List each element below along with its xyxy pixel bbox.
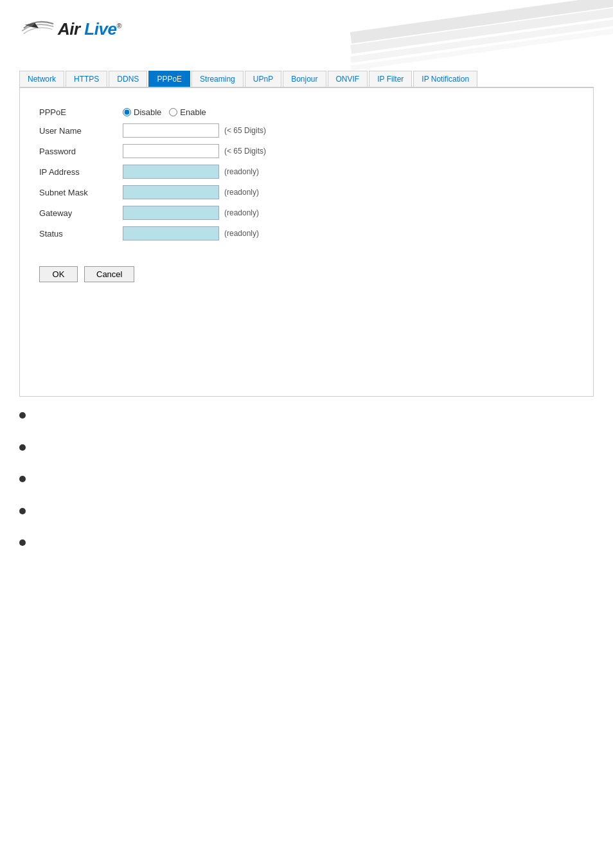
disable-radio[interactable]	[123, 108, 131, 116]
logo-icon	[19, 12, 58, 47]
tab-https[interactable]: HTTPS	[66, 71, 107, 87]
bullet-item-4	[19, 505, 594, 518]
ok-button[interactable]: OK	[39, 266, 78, 282]
bullet-item-3	[19, 473, 594, 486]
password-hint: (< 65 Digits)	[224, 147, 266, 156]
brand-live: Live	[84, 19, 116, 39]
bullet-item-1	[19, 410, 594, 422]
ipaddress-label: IP Address	[39, 167, 123, 177]
ipaddress-row: IP Address (readonly)	[39, 165, 574, 179]
bullet-dot-5	[19, 539, 26, 546]
bullet-text-4	[33, 505, 36, 518]
password-row: Password (< 65 Digits)	[39, 144, 574, 158]
bullet-text-2	[33, 442, 36, 455]
ipaddress-control: (readonly)	[123, 165, 259, 179]
cancel-button[interactable]: Cancel	[84, 266, 134, 282]
username-row: User Name (< 65 Digits)	[39, 123, 574, 138]
bullets-section	[19, 410, 594, 550]
tab-onvif[interactable]: ONVIF	[328, 71, 368, 87]
brand-name: Air Live®	[58, 19, 121, 39]
pppoe-form: PPPoE Disable Enable User Name	[39, 107, 574, 240]
main-panel: PPPoE Disable Enable User Name	[19, 88, 594, 397]
subnetmask-control: (readonly)	[123, 185, 259, 199]
header-decoration	[343, 0, 613, 71]
tab-ipnotification[interactable]: IP Notification	[413, 71, 477, 87]
enable-radio[interactable]	[169, 108, 177, 116]
tab-bonjour[interactable]: Bonjour	[283, 71, 326, 87]
bullet-dot-3	[19, 476, 26, 482]
status-control: (readonly)	[123, 226, 259, 240]
password-input[interactable]	[123, 144, 219, 158]
password-label: Password	[39, 147, 123, 156]
enable-option[interactable]: Enable	[169, 107, 206, 117]
registered-mark: ®	[116, 22, 121, 30]
gateway-hint: (readonly)	[224, 208, 259, 217]
status-row: Status (readonly)	[39, 226, 574, 240]
tab-pppoe[interactable]: PPPoE	[148, 71, 190, 87]
subnetmask-hint: (readonly)	[224, 188, 259, 197]
logo-container: Air Live®	[19, 12, 121, 47]
status-hint: (readonly)	[224, 229, 259, 238]
disable-option[interactable]: Disable	[123, 107, 161, 117]
header: Air Live®	[0, 0, 613, 71]
status-label: Status	[39, 229, 123, 239]
bullet-text-3	[33, 473, 36, 486]
subnetmask-label: Subnet Mask	[39, 188, 123, 197]
username-label: User Name	[39, 126, 123, 136]
disable-label: Disable	[134, 107, 161, 117]
bullet-item-2	[19, 442, 594, 455]
pppoe-row: PPPoE Disable Enable	[39, 107, 574, 117]
tab-ipfilter[interactable]: IP Filter	[369, 71, 412, 87]
bullet-dot-1	[19, 412, 26, 419]
subnetmask-input	[123, 185, 219, 199]
button-row: OK Cancel	[39, 260, 574, 282]
ipaddress-hint: (readonly)	[224, 167, 259, 176]
password-control: (< 65 Digits)	[123, 144, 266, 158]
ipaddress-input	[123, 165, 219, 179]
status-input	[123, 226, 219, 240]
username-input[interactable]	[123, 123, 219, 138]
brand-air: Air	[58, 19, 84, 39]
gateway-row: Gateway (readonly)	[39, 206, 574, 220]
nav-tabs: Network HTTPS DDNS PPPoE Streaming UPnP …	[19, 71, 594, 88]
logo-area: Air Live®	[19, 12, 121, 47]
gateway-label: Gateway	[39, 208, 123, 218]
bullet-item-5	[19, 537, 594, 550]
bullet-dot-2	[19, 444, 26, 451]
enable-label: Enable	[180, 107, 206, 117]
bullet-text-1	[33, 410, 36, 422]
tab-ddns[interactable]: DDNS	[109, 71, 147, 87]
pppoe-radio-group: Disable Enable	[123, 107, 206, 117]
tab-network[interactable]: Network	[19, 71, 64, 87]
tab-upnp[interactable]: UPnP	[245, 71, 281, 87]
username-hint: (< 65 Digits)	[224, 126, 266, 135]
gateway-control: (readonly)	[123, 206, 259, 220]
bullet-dot-4	[19, 508, 26, 514]
tab-streaming[interactable]: Streaming	[191, 71, 244, 87]
bullet-text-5	[33, 537, 36, 550]
pppoe-control: Disable Enable	[123, 107, 206, 117]
pppoe-label: PPPoE	[39, 107, 123, 117]
gateway-input	[123, 206, 219, 220]
username-control: (< 65 Digits)	[123, 123, 266, 138]
subnetmask-row: Subnet Mask (readonly)	[39, 185, 574, 199]
